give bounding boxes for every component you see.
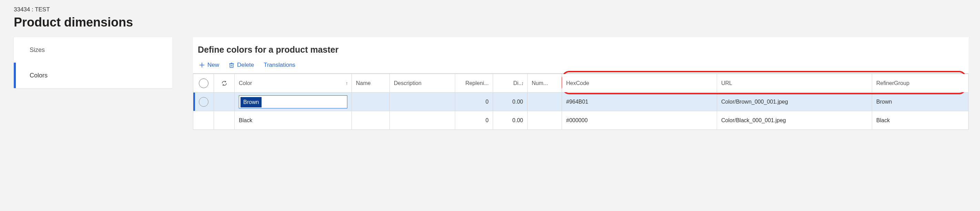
col-color[interactable]: Color↑ xyxy=(235,74,352,93)
trash-icon xyxy=(229,62,234,68)
cell-description[interactable] xyxy=(390,111,455,130)
cell-replenishment[interactable]: 0 xyxy=(455,93,493,111)
col-replenishment[interactable]: Repleni... xyxy=(455,74,493,93)
cell-number[interactable] xyxy=(528,93,562,111)
cell-hexcode[interactable]: #000000 xyxy=(562,111,717,130)
cell-display[interactable]: 0.00 xyxy=(493,111,528,130)
col-hexcode-label: HexCode xyxy=(566,80,589,86)
circle-icon xyxy=(199,78,208,88)
new-label: New xyxy=(207,62,219,68)
breadcrumb: 33434 : TEST xyxy=(14,6,966,13)
select-all-header[interactable] xyxy=(193,74,214,93)
grid: Color↑ Name Description Repleni... Di...… xyxy=(193,73,969,130)
cell-description[interactable] xyxy=(390,93,455,111)
color-input[interactable]: Brown xyxy=(239,95,347,108)
plus-icon xyxy=(199,62,205,68)
cell-name[interactable] xyxy=(352,111,390,130)
row-status xyxy=(214,111,235,130)
col-number[interactable]: Num... xyxy=(528,74,562,93)
page-title: Product dimensions xyxy=(14,15,966,30)
cell-number[interactable] xyxy=(528,111,562,130)
grid-header-row: Color↑ Name Description Repleni... Di...… xyxy=(193,74,969,93)
col-replenishment-label: Repleni... xyxy=(465,80,488,86)
col-description[interactable]: Description xyxy=(390,74,455,93)
cell-display[interactable]: 0.00 xyxy=(493,93,528,111)
cell-name[interactable] xyxy=(352,93,390,111)
circle-icon xyxy=(199,97,208,107)
col-hexcode[interactable]: HexCode xyxy=(562,74,717,93)
cell-refinergroup[interactable]: Brown xyxy=(872,93,969,111)
svg-rect-2 xyxy=(230,63,233,67)
tab-colors[interactable]: Colors xyxy=(14,63,172,88)
cell-replenishment[interactable]: 0 xyxy=(455,111,493,130)
col-refinergroup-label: RefinerGroup xyxy=(876,80,909,86)
sort-asc-icon: ↑ xyxy=(345,81,348,86)
col-number-label: Num... xyxy=(532,80,548,86)
row-select[interactable] xyxy=(193,111,214,130)
col-url-label: URL xyxy=(721,80,732,86)
cell-color[interactable]: Brown xyxy=(235,93,352,111)
cell-refinergroup[interactable]: Black xyxy=(872,111,969,130)
col-display[interactable]: Di...↑ xyxy=(493,74,528,93)
row-status xyxy=(214,93,235,111)
dimension-tabs: Sizes Colors xyxy=(14,37,172,88)
refresh-header[interactable] xyxy=(214,74,235,93)
col-name[interactable]: Name xyxy=(352,74,390,93)
tab-sizes[interactable]: Sizes xyxy=(14,37,172,63)
cell-hexcode[interactable]: #964B01 xyxy=(562,93,717,111)
table-row[interactable]: Brown 0 0.00 #964B01 Color/Brown_000_001… xyxy=(193,93,969,111)
color-input-value: Brown xyxy=(240,97,261,107)
translations-label: Translations xyxy=(264,62,295,68)
new-button[interactable]: New xyxy=(199,62,219,68)
delete-label: Delete xyxy=(237,62,254,68)
col-color-label: Color xyxy=(239,80,252,86)
col-description-label: Description xyxy=(394,80,422,86)
tab-colors-label: Colors xyxy=(30,72,48,79)
main-panel: Define colors for a product master New D… xyxy=(193,37,969,130)
col-url[interactable]: URL xyxy=(717,74,872,93)
table-row[interactable]: Black 0 0.00 #000000 Color/Black_000_001… xyxy=(193,111,969,130)
col-name-label: Name xyxy=(356,80,371,86)
delete-button[interactable]: Delete xyxy=(229,62,254,68)
toolbar: New Delete Translations xyxy=(193,62,969,73)
refresh-icon xyxy=(221,80,228,87)
tab-sizes-label: Sizes xyxy=(30,46,45,54)
translations-button[interactable]: Translations xyxy=(264,62,295,68)
cell-url[interactable]: Color/Black_000_001.jpeg xyxy=(717,111,872,130)
cell-url[interactable]: Color/Brown_000_001.jpeg xyxy=(717,93,872,111)
row-select[interactable] xyxy=(193,93,214,111)
panel-title: Define colors for a product master xyxy=(193,45,969,62)
sort-asc-icon: ↑ xyxy=(521,81,524,86)
cell-color[interactable]: Black xyxy=(235,111,352,130)
col-refinergroup[interactable]: RefinerGroup xyxy=(872,74,969,93)
